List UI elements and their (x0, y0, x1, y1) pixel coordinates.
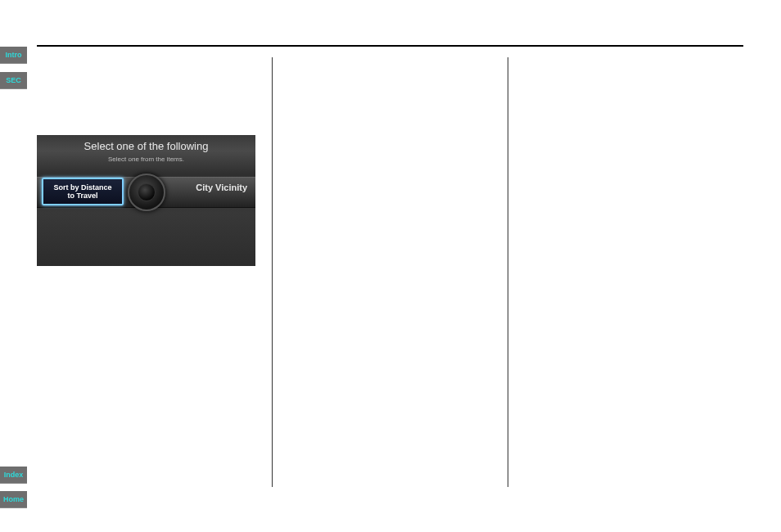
tab-index[interactable]: Index (0, 467, 27, 484)
nav-option-left-line2: to Travel (43, 192, 122, 200)
nav-option-left-line1: Sort by Distance (43, 183, 122, 192)
tab-home[interactable]: Home (0, 491, 27, 508)
column-3 (508, 57, 743, 487)
nav-option-sort-by-distance: Sort by Distance to Travel (42, 178, 124, 205)
column-1: Select one of the following Select one f… (37, 57, 273, 487)
nav-screen-subtitle: Select one from the items. (37, 152, 255, 163)
nav-dial (128, 174, 165, 211)
tab-intro[interactable]: Intro (0, 47, 27, 64)
nav-dial-row: Sort by Distance to Travel City Vicinity (37, 176, 255, 209)
horizontal-rule (37, 45, 743, 47)
navigation-screen-image: Select one of the following Select one f… (37, 135, 255, 266)
tab-sec[interactable]: SEC (0, 72, 27, 89)
nav-screen-title: Select one of the following (37, 135, 255, 152)
nav-option-city-vicinity: City Vicinity (196, 183, 247, 192)
content-columns: Select one of the following Select one f… (37, 57, 743, 487)
nav-dial-inner (138, 183, 156, 201)
column-2 (273, 57, 508, 487)
